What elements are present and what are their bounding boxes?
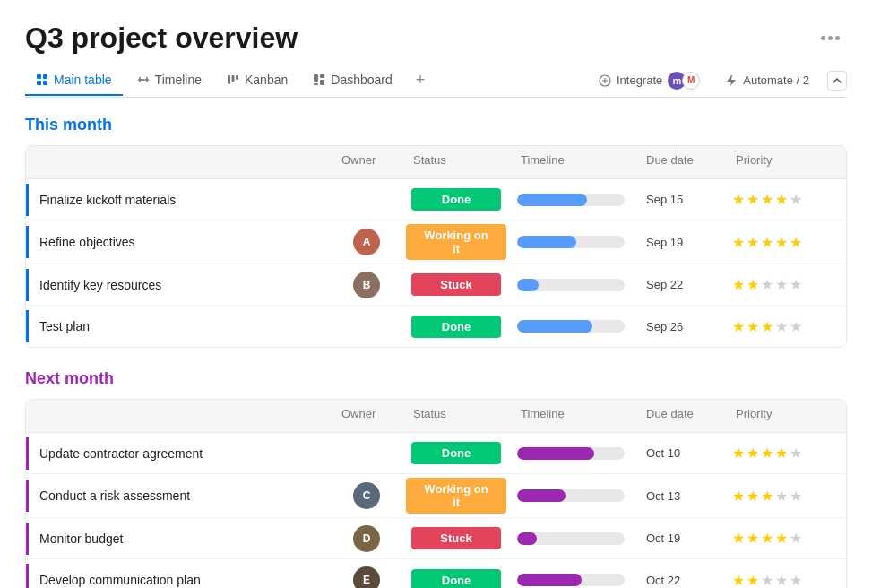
add-view-button[interactable]: + [407, 64, 435, 97]
kanban-icon [227, 74, 239, 86]
owner-cell: A [331, 225, 402, 259]
star-1: ★ [732, 530, 745, 547]
tab-main-table[interactable]: Main table [25, 65, 123, 96]
timeline-bar-bg [517, 194, 625, 206]
col-timeline: Timeline [510, 146, 635, 178]
timeline-bar-bg [517, 320, 625, 333]
page-title: Q3 project overview [25, 22, 298, 55]
tab-dashboard[interactable]: Dashboard [302, 65, 403, 96]
timeline-bar-fill [517, 236, 576, 248]
integrate-button[interactable]: Integrate m M [591, 68, 707, 93]
avatar: E [353, 566, 380, 588]
status-badge: Done [411, 569, 501, 589]
due-date-cell: Sep 26 [635, 316, 725, 337]
owner-cell: B [331, 268, 402, 302]
task-cell: Develop communication plan [26, 564, 331, 588]
timeline-cell [510, 275, 635, 295]
this-month-section: This month Owner Status Timeline Due dat… [25, 116, 847, 348]
svg-rect-9 [236, 75, 238, 80]
star-4: ★ [775, 276, 788, 293]
owner-cell [331, 323, 402, 330]
table-row: Identify key resources B Stuck Sep 22 ★★… [26, 264, 846, 306]
table-row: Finalize kickoff materials Done Sep 15 ★… [26, 179, 846, 220]
table-icon [36, 74, 48, 86]
avatar: B [353, 272, 380, 298]
avatar: A [353, 229, 380, 255]
task-text: Refine objectives [29, 235, 135, 249]
integrate-label: Integrate [617, 74, 662, 87]
dot2 [828, 36, 833, 40]
page-container: Q3 project overview Main table [0, 0, 872, 588]
status-badge: Done [411, 316, 501, 338]
priority-cell: ★★★★★ [725, 484, 847, 508]
tab-main-table-label: Main table [54, 73, 112, 87]
task-cell: Monitor budget [26, 523, 331, 555]
header-row: Q3 project overview [25, 22, 847, 55]
star-4: ★ [775, 488, 788, 505]
due-date-cell: Oct 10 [635, 443, 725, 463]
more-options-button[interactable] [814, 32, 847, 44]
task-cell: Conduct a risk assessment [26, 480, 331, 512]
stars: ★★★★★ [732, 318, 802, 335]
gmail-icon: M [682, 72, 700, 90]
tab-kanban-label: Kanban [245, 73, 288, 87]
star-2: ★ [747, 234, 759, 251]
star-3: ★ [761, 530, 773, 547]
star-2: ★ [747, 191, 759, 208]
status-badge: Working on it [406, 224, 506, 260]
timeline-bar-bg [517, 236, 625, 248]
star-2: ★ [747, 572, 759, 589]
col-task [26, 146, 331, 178]
star-1: ★ [732, 572, 745, 589]
table-row: Test plan Done Sep 26 ★★★★★ [26, 306, 846, 347]
star-4: ★ [775, 318, 788, 335]
next-month-rows: Update contractor agreement Done Oct 10 … [26, 433, 846, 588]
task-cell: Refine objectives [26, 226, 331, 258]
svg-rect-12 [320, 80, 324, 85]
timeline-icon [137, 74, 150, 86]
svg-rect-3 [43, 81, 47, 85]
owner-cell [331, 196, 402, 203]
svg-rect-0 [37, 74, 41, 79]
task-text: Update contractor agreement [29, 446, 203, 461]
task-text: Test plan [29, 319, 90, 333]
priority-cell: ★★★★★ [725, 187, 847, 212]
task-text: Conduct a risk assessment [29, 489, 190, 503]
star-5: ★ [790, 276, 802, 293]
timeline-cell [510, 570, 635, 588]
tab-timeline[interactable]: Timeline [126, 65, 212, 96]
timeline-bar-fill [517, 447, 594, 460]
star-4: ★ [775, 191, 788, 208]
collapse-button[interactable] [827, 71, 847, 91]
tab-kanban[interactable]: Kanban [216, 65, 298, 96]
this-month-header: This month [25, 116, 847, 142]
timeline-cell [510, 486, 635, 506]
owner-cell: D [331, 522, 402, 556]
svg-rect-2 [37, 81, 41, 85]
next-month-section: Next month Owner Status Timeline Due dat… [25, 369, 847, 588]
automate-label: Automate / 2 [743, 74, 809, 87]
stars: ★★★★★ [732, 445, 802, 462]
integrate-icon [599, 74, 611, 87]
timeline-bar-fill [517, 320, 592, 333]
star-4: ★ [775, 234, 788, 251]
star-1: ★ [732, 191, 745, 208]
table-row: Develop communication plan E Done Oct 22… [26, 559, 846, 588]
next-month-table: Owner Status Timeline Due date Priority … [25, 399, 847, 588]
table-row: Refine objectives A Working on it Sep 19… [26, 220, 846, 264]
task-text: Finalize kickoff materials [29, 193, 176, 207]
timeline-cell [510, 190, 635, 210]
timeline-bar-bg [517, 279, 625, 291]
due-date-cell: Sep 15 [635, 189, 725, 210]
automate-button[interactable]: Automate / 2 [718, 70, 816, 91]
timeline-bar-fill [517, 194, 587, 206]
star-5: ★ [790, 572, 802, 589]
status-cell: Working on it [402, 220, 510, 264]
next-col-status: Status [402, 400, 510, 432]
star-3: ★ [761, 445, 773, 462]
timeline-bar-bg [517, 447, 625, 460]
table-row: Update contractor agreement Done Oct 10 … [26, 433, 846, 474]
star-2: ★ [747, 276, 759, 293]
star-1: ★ [732, 445, 745, 462]
owner-cell: C [331, 479, 402, 513]
